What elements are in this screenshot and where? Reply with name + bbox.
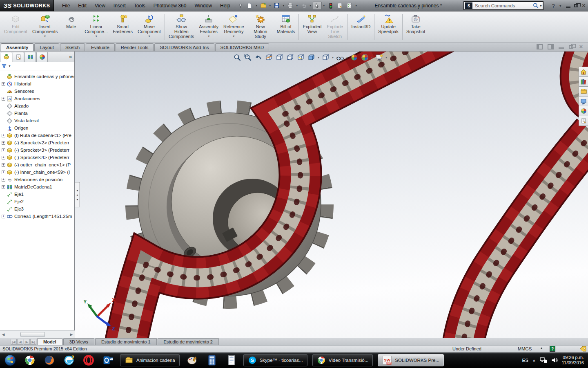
- notepad-icon[interactable]: [225, 354, 238, 367]
- ribbon-button-linear-component-pattern[interactable]: Linear Compone... ▾: [82, 12, 110, 42]
- hide-show-glasses-icon[interactable]: [336, 53, 344, 62]
- tree-item-root[interactable]: Ensamble cadenas y piñones: [0, 73, 74, 80]
- ribbon-button-reference-geometry[interactable]: Reference Geometry ▾: [221, 12, 247, 42]
- taskbar-button-video-transmision[interactable]: Video Transmisió...: [312, 354, 373, 366]
- view-orientation-cube-icon[interactable]: [307, 53, 316, 62]
- quick-tips-icon[interactable]: ?: [550, 346, 555, 352]
- tree-item-planta[interactable]: Planta: [0, 110, 74, 117]
- displaymanager-tab-icon[interactable]: [36, 52, 48, 62]
- options-button[interactable]: [345, 2, 354, 10]
- taskbar-button-skype[interactable]: S Skype™ - ticoarias...: [243, 354, 307, 366]
- tree-item-eje2[interactable]: Eje2: [0, 198, 74, 205]
- tree-item-anotaciones[interactable]: Anotaciones: [0, 95, 74, 102]
- tree-item-vista-lateral[interactable]: Vista lateral: [0, 117, 74, 124]
- tree-filter-bar[interactable]: ▾: [0, 62, 74, 70]
- ribbon-button-exploded-view[interactable]: Exploded View: [300, 12, 324, 42]
- chevron-down-icon[interactable]: ▾: [385, 56, 387, 59]
- chevron-down-icon[interactable]: ▾: [322, 4, 326, 7]
- chevron-down-icon[interactable]: ▾: [559, 4, 562, 8]
- tree-item-relaciones-de-posicion[interactable]: Relaciones de posición: [0, 176, 74, 183]
- tab-model[interactable]: Model: [37, 338, 62, 345]
- search-icon[interactable]: [532, 2, 539, 9]
- menu-edit[interactable]: Edit: [74, 1, 91, 11]
- expander-icon[interactable]: [2, 97, 5, 101]
- units-selector[interactable]: MMGS: [518, 346, 532, 351]
- expander-icon[interactable]: [2, 185, 5, 189]
- task-pane-home-icon[interactable]: [579, 67, 588, 77]
- tab-solidworks-mbd[interactable]: SOLIDWORKS MBD: [215, 43, 270, 51]
- chevron-down-icon[interactable]: ▾: [255, 4, 258, 7]
- tab-estudio-de-movimiento-1[interactable]: Estudio de movimiento 1: [95, 338, 156, 345]
- previous-view-icon[interactable]: [254, 53, 263, 62]
- expander-icon[interactable]: [2, 215, 5, 218]
- tree-item-correa1[interactable]: Correa1 (Length=1451.25m: [0, 213, 74, 220]
- chevron-down-icon[interactable]: ▾: [268, 4, 272, 7]
- taskbar-button-animacion-cadena[interactable]: Animacion cadena: [120, 354, 180, 366]
- apply-scene-ball-icon[interactable]: [361, 53, 369, 62]
- document-minimize-button[interactable]: [559, 45, 564, 49]
- units-caret-icon[interactable]: ▲: [540, 346, 543, 350]
- minimize-button[interactable]: [566, 4, 570, 8]
- tab-render-tools[interactable]: Render Tools: [116, 43, 154, 51]
- opera-icon[interactable]: [82, 354, 96, 367]
- panel-splitter-handle[interactable]: ◂◂◂: [75, 182, 80, 207]
- expander-icon[interactable]: [2, 163, 5, 167]
- chevron-down-icon[interactable]: ▾: [539, 4, 543, 8]
- ribbon-button-bill-of-materials[interactable]: Bill of Materials: [274, 12, 298, 42]
- ribbon-button-move-component[interactable]: Move Component ▾: [135, 12, 163, 42]
- outlook-icon[interactable]: [101, 354, 115, 367]
- expander-icon[interactable]: [2, 171, 5, 174]
- tree-item-ruta-de-cadena[interactable]: (f) Ruta de cadena<1> (Pre: [0, 132, 74, 139]
- ribbon-button-mate[interactable]: Mate: [60, 12, 82, 42]
- file-properties-button[interactable]: [336, 2, 345, 10]
- menu-window[interactable]: Window: [190, 1, 216, 11]
- chevron-down-icon[interactable]: ▾: [332, 56, 334, 59]
- next-tab-icon[interactable]: ▶: [24, 339, 30, 345]
- expander-icon[interactable]: [2, 148, 5, 152]
- tab-estudio-de-movimiento-2[interactable]: Estudio de movimiento 2: [158, 338, 219, 345]
- ribbon-button-new-motion-study[interactable]: New Motion Study: [249, 12, 272, 42]
- tree-item-alzado[interactable]: Alzado: [0, 102, 74, 110]
- propertymanager-tab-icon[interactable]: [13, 52, 24, 62]
- menu-help[interactable]: Help: [216, 1, 234, 11]
- tree-item-outter-chain-one[interactable]: (-) outter_chain_one<1> (P: [0, 161, 74, 168]
- expand-panel-chevron-icon[interactable]: »: [69, 54, 72, 60]
- ribbon-button-insert-components[interactable]: Insert Components ▾: [30, 12, 60, 42]
- tree-item-matrizdecadena1[interactable]: MatrizDeCadena1: [0, 183, 74, 191]
- chevron-down-icon[interactable]: ▾: [282, 4, 285, 7]
- expander-icon[interactable]: [2, 156, 5, 159]
- last-tab-icon[interactable]: ▶|: [30, 339, 36, 345]
- network-icon[interactable]: [540, 357, 547, 364]
- undo-button[interactable]: [299, 2, 308, 10]
- view-cube-wire-icon[interactable]: [286, 53, 294, 62]
- tree-item-eje3[interactable]: Eje3: [0, 205, 74, 213]
- document-close-button[interactable]: ×: [578, 44, 584, 49]
- taskbar-clock[interactable]: 09:26 p.m. 11/09/2016: [562, 355, 584, 366]
- chevron-down-icon[interactable]: ▾: [346, 56, 348, 59]
- ribbon-button-update-speedpak[interactable]: Update Speedpak: [376, 12, 401, 42]
- custom-properties-icon[interactable]: [579, 116, 588, 126]
- file-explorer-icon[interactable]: [579, 86, 588, 96]
- design-library-icon[interactable]: [579, 76, 588, 87]
- chevron-down-icon[interactable]: ▾: [318, 56, 319, 59]
- search-input[interactable]: Search Commands: [475, 3, 532, 8]
- model-view[interactable]: X Y Z: [75, 52, 588, 338]
- zoom-to-fit-icon[interactable]: [233, 53, 241, 62]
- dock-pane-left-icon[interactable]: [537, 44, 543, 49]
- close-button[interactable]: ×: [582, 2, 586, 9]
- pushpin-icon[interactable]: [236, 2, 245, 10]
- tab-assembly[interactable]: Assembly: [1, 43, 33, 51]
- tree-item-eje1[interactable]: Eje1: [0, 191, 74, 198]
- taskbar-button-solidworks[interactable]: SW2015 SOLIDWORKS Pre...: [378, 354, 444, 366]
- view-palette-icon[interactable]: [579, 96, 588, 106]
- view-cube-icon[interactable]: [275, 53, 284, 62]
- expander-icon[interactable]: [2, 82, 5, 86]
- featuremanager-tree-tab-icon[interactable]: [1, 52, 12, 62]
- chevron-down-icon[interactable]: ▾: [295, 4, 299, 7]
- tray-expand-icon[interactable]: ▲: [532, 359, 536, 362]
- select-tool-button[interactable]: [313, 2, 322, 10]
- edit-appearance-ball-icon[interactable]: [350, 53, 359, 62]
- tree-item-sensores[interactable]: Sensores: [0, 88, 74, 95]
- tree-item-origen[interactable]: Origen: [0, 124, 74, 132]
- paint-icon[interactable]: [185, 354, 199, 367]
